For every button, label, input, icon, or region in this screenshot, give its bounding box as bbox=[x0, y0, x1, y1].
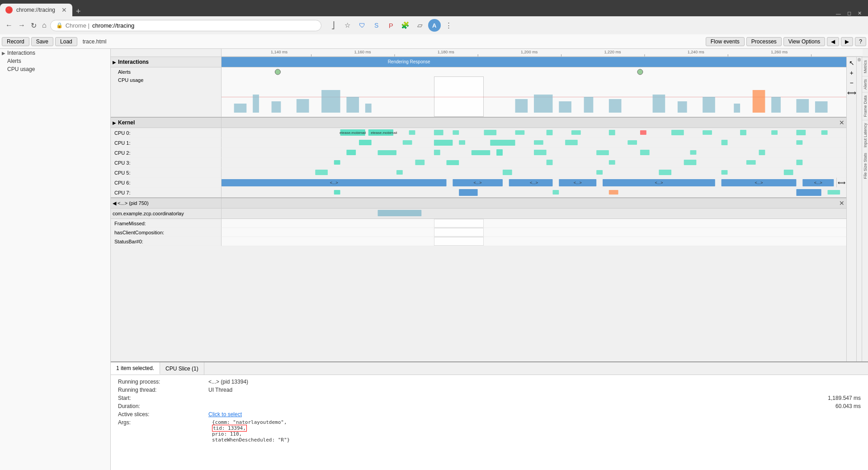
help-button[interactable]: ? bbox=[855, 37, 866, 46]
sync-icon[interactable]: S bbox=[370, 19, 383, 32]
svg-rect-49 bbox=[640, 130, 646, 135]
reload-button[interactable]: ↻ bbox=[29, 19, 38, 32]
home-button[interactable]: ⌂ bbox=[40, 19, 48, 31]
sidebar-toggle-icon[interactable]: ▱ bbox=[414, 19, 426, 32]
start-value: 1,189.547 ms bbox=[828, 395, 861, 401]
cpu-usage-chart bbox=[222, 76, 846, 117]
interactions-track: Rendering Response bbox=[222, 57, 846, 67]
interactions-section: ▶ Interactions Rendering Response bbox=[111, 57, 846, 67]
cpu6-track: <...> <...> <...> <...> <...> <...> bbox=[222, 178, 846, 188]
svg-rect-70 bbox=[496, 149, 503, 156]
processes-button[interactable]: Processes bbox=[746, 37, 782, 46]
svg-rect-63 bbox=[627, 140, 637, 145]
active-slices-value[interactable]: Click to select bbox=[208, 411, 242, 418]
address-bar[interactable]: 🔒 Chrome | chrome://tracing bbox=[50, 20, 321, 31]
pid750-track: ✕ bbox=[222, 198, 846, 208]
extension2-icon[interactable]: 🧩 bbox=[399, 19, 412, 32]
flow-events-button[interactable]: Flow events bbox=[706, 37, 745, 46]
back-button[interactable]: ← bbox=[4, 19, 14, 31]
sidebar-item-cpu-usage[interactable]: CPU usage bbox=[0, 65, 110, 73]
profile-button[interactable]: A bbox=[428, 19, 441, 32]
svg-rect-60 bbox=[490, 140, 515, 146]
kernel-label: Kernel bbox=[118, 119, 135, 126]
running-thread-value: UI Thread bbox=[208, 387, 232, 393]
record-button[interactable]: Record bbox=[2, 37, 29, 46]
svg-rect-65 bbox=[796, 140, 802, 145]
nav-back-button[interactable]: ◀ bbox=[827, 37, 839, 46]
alerts-tab[interactable]: Alerts bbox=[862, 76, 868, 92]
more-menu-icon[interactable]: ⋮ bbox=[443, 19, 455, 32]
tab-close-button[interactable]: ✕ bbox=[61, 6, 67, 14]
view-options-button[interactable]: View Options bbox=[783, 37, 825, 46]
rendering-response-bar: Rendering Response bbox=[222, 58, 596, 65]
expand-icon: ▶ bbox=[2, 51, 5, 56]
interactions-header-label[interactable]: ▶ Interactions bbox=[111, 57, 222, 67]
nav-fwd-button[interactable]: ▶ bbox=[841, 37, 853, 46]
svg-text:<...>: <...> bbox=[755, 180, 763, 185]
right-panel-tabs: Metrics Alerts Frame Data Input Latency … bbox=[862, 57, 868, 361]
coord-header-label: com.example.zcp.coordinatorlay bbox=[111, 209, 222, 218]
load-button[interactable]: Load bbox=[55, 37, 77, 46]
scrollbar-thumb[interactable] bbox=[858, 58, 861, 62]
running-thread-label: Running thread: bbox=[118, 387, 208, 393]
kernel-header-label[interactable]: ▶ Kernel bbox=[111, 118, 222, 128]
forward-button[interactable]: → bbox=[16, 19, 27, 31]
shield-icon[interactable]: 🛡 bbox=[356, 19, 368, 32]
minimize-button[interactable]: — bbox=[833, 11, 844, 16]
sidebar-item-alerts[interactable]: Alerts bbox=[0, 57, 110, 65]
maximize-button[interactable]: ◻ bbox=[844, 10, 854, 16]
svg-rect-59 bbox=[459, 140, 465, 145]
kernel-expand-icon: ▶ bbox=[113, 120, 116, 125]
cpu0-track: etease.mobimail etease.mobimail bbox=[222, 128, 846, 138]
file-size-stats-tab[interactable]: File Size Stats bbox=[862, 150, 868, 182]
svg-text:etease.mobimail: etease.mobimail bbox=[371, 131, 397, 135]
zoom-in-tool-button[interactable]: + bbox=[848, 69, 856, 77]
frame-missed-label: FrameMissed: bbox=[111, 219, 222, 228]
svg-rect-79 bbox=[547, 160, 553, 165]
sidebar-label: Interactions bbox=[7, 50, 35, 56]
frame-data-tab[interactable]: Frame Data bbox=[862, 92, 868, 120]
sidebar-item-interactions[interactable]: ▶ Interactions bbox=[0, 49, 110, 57]
svg-rect-81 bbox=[684, 160, 697, 165]
statusbar-track bbox=[222, 237, 846, 246]
extension1-icon[interactable]: P bbox=[385, 19, 397, 32]
duration-value: 60.043 ms bbox=[835, 403, 861, 409]
svg-rect-90 bbox=[784, 170, 793, 175]
input-latency-tab[interactable]: Input Latency bbox=[862, 120, 868, 150]
running-process-label: Running process: bbox=[118, 379, 208, 385]
selected-items-tab[interactable]: 1 item selected. bbox=[111, 362, 160, 375]
svg-rect-55 bbox=[821, 130, 828, 135]
duration-row: Duration: 60.043 ms bbox=[118, 403, 861, 409]
browser-tab[interactable]: 🔴 chrome://tracing ✕ bbox=[0, 4, 72, 16]
bottom-tabs: 1 item selected. CPU Slice (1) bbox=[111, 362, 868, 375]
svg-rect-64 bbox=[722, 140, 728, 145]
zoom-out-tool-button[interactable]: − bbox=[848, 79, 856, 87]
svg-text:1,220 ms: 1,220 ms bbox=[604, 50, 621, 54]
svg-rect-53 bbox=[771, 130, 778, 135]
svg-rect-23 bbox=[365, 104, 372, 113]
pid750-section: ◀ <...> (pid 750) ✕ bbox=[111, 198, 846, 209]
pid750-header[interactable]: ◀ <...> (pid 750) bbox=[111, 198, 222, 208]
start-label: Start: bbox=[118, 395, 208, 401]
expand-horizontal-icon[interactable]: ⟺ bbox=[836, 178, 846, 188]
new-tab-button[interactable]: + bbox=[72, 7, 85, 16]
save-button[interactable]: Save bbox=[31, 37, 53, 46]
bookmark-icon[interactable]: ☆ bbox=[341, 19, 354, 32]
kernel-track: ✕ bbox=[222, 118, 846, 128]
frame-missed-row: FrameMissed: bbox=[111, 219, 846, 228]
trace-content: 1,140 ms 1,160 ms 1,180 ms 1,200 ms 1,22… bbox=[111, 49, 868, 470]
svg-rect-82 bbox=[746, 160, 756, 165]
share-icon[interactable]: ⎦ bbox=[327, 19, 340, 32]
pointer-tool-button[interactable]: ↖ bbox=[848, 59, 856, 67]
cpu-slice-tab[interactable]: CPU Slice (1) bbox=[160, 362, 204, 375]
pan-tool-button[interactable]: ⟺ bbox=[848, 89, 856, 97]
right-toolbar: Flow events Processes View Options ◀ ▶ ? bbox=[706, 37, 866, 46]
vertical-scrollbar[interactable] bbox=[856, 57, 862, 361]
tab-favicon: 🔴 bbox=[5, 6, 13, 14]
metrics-tab[interactable]: Metrics bbox=[862, 57, 868, 76]
close-button[interactable]: ✕ bbox=[855, 10, 864, 16]
cpu3-label: CPU 3: bbox=[111, 158, 222, 168]
svg-rect-47 bbox=[571, 130, 581, 135]
kernel-close-button[interactable]: ✕ bbox=[839, 119, 844, 126]
pid750-close-button[interactable]: ✕ bbox=[839, 199, 844, 207]
